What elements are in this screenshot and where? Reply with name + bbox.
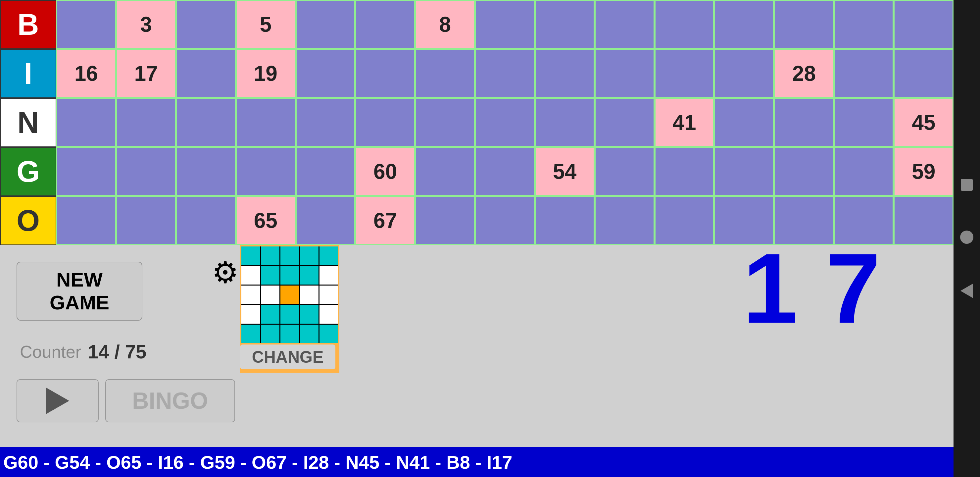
- board-row-b: 3 5 8: [56, 0, 953, 49]
- new-game-button[interactable]: NEW GAME: [17, 262, 142, 321]
- board-cell[interactable]: [834, 98, 894, 147]
- board-cell[interactable]: [535, 0, 595, 49]
- board-cell[interactable]: 41: [655, 98, 714, 147]
- board-cell[interactable]: [296, 0, 356, 49]
- board-cell[interactable]: [176, 98, 236, 147]
- mini-cell: [300, 286, 318, 304]
- board-cell[interactable]: [834, 147, 894, 196]
- board-cell[interactable]: [415, 147, 475, 196]
- board-cell[interactable]: [655, 147, 714, 196]
- action-buttons: BINGO: [17, 379, 235, 422]
- board-cell[interactable]: [774, 0, 834, 49]
- board-cell[interactable]: [355, 98, 415, 147]
- mini-cell: [261, 246, 280, 265]
- board-cell[interactable]: [475, 49, 535, 98]
- board-section: B I N G O 3 5 8: [0, 0, 953, 245]
- board-cell[interactable]: [834, 0, 894, 49]
- board-cell[interactable]: [774, 147, 834, 196]
- board-cell[interactable]: [595, 147, 655, 196]
- board-cell[interactable]: [415, 49, 475, 98]
- board-cell[interactable]: 65: [236, 196, 296, 245]
- board-cell[interactable]: [475, 0, 535, 49]
- mini-cell: [300, 266, 318, 284]
- board-cell[interactable]: [714, 0, 774, 49]
- board-cell[interactable]: [894, 0, 953, 49]
- board-cell[interactable]: [236, 147, 296, 196]
- board-cell[interactable]: [894, 196, 953, 245]
- board-cell[interactable]: [415, 196, 475, 245]
- mini-cell: [261, 325, 280, 343]
- letter-g: G: [0, 147, 56, 196]
- board-cell[interactable]: [116, 147, 176, 196]
- letter-column: B I N G O: [0, 0, 56, 245]
- board-cell[interactable]: [415, 98, 475, 147]
- counter-value: 14 / 75: [88, 341, 146, 363]
- nav-recent-button[interactable]: [961, 179, 973, 191]
- board-row-i: 16 17 19 28: [56, 49, 953, 98]
- board-cell[interactable]: [595, 196, 655, 245]
- board-cell[interactable]: [714, 98, 774, 147]
- board-cell[interactable]: [56, 98, 116, 147]
- board-cell[interactable]: [535, 196, 595, 245]
- bingo-button[interactable]: BINGO: [105, 379, 235, 422]
- controls-left: NEW GAME Counter 14 / 75 BINGO: [6, 252, 245, 432]
- board-cell[interactable]: [834, 49, 894, 98]
- mini-cell: [300, 246, 318, 265]
- board-cell[interactable]: [535, 98, 595, 147]
- board-cell[interactable]: [894, 49, 953, 98]
- board-cell[interactable]: [56, 196, 116, 245]
- board-cell[interactable]: [774, 98, 834, 147]
- board-cell[interactable]: 8: [415, 0, 475, 49]
- board-cell[interactable]: [176, 196, 236, 245]
- board-cell[interactable]: 19: [236, 49, 296, 98]
- board-cell[interactable]: [475, 147, 535, 196]
- board-cell[interactable]: [296, 147, 356, 196]
- board-cell[interactable]: 59: [894, 147, 953, 196]
- board-cell[interactable]: [355, 0, 415, 49]
- board-cell[interactable]: [535, 49, 595, 98]
- board-cell[interactable]: [714, 49, 774, 98]
- mini-cell: [241, 266, 260, 284]
- board-cell[interactable]: [176, 49, 236, 98]
- board-cell[interactable]: [595, 0, 655, 49]
- play-button[interactable]: [17, 379, 99, 422]
- nav-back-button[interactable]: [961, 284, 973, 298]
- board-cell[interactable]: [655, 49, 714, 98]
- nav-home-button[interactable]: [960, 231, 974, 244]
- board-cell[interactable]: [296, 196, 356, 245]
- mini-cell: [261, 305, 280, 324]
- board-cell[interactable]: [475, 196, 535, 245]
- board-cell[interactable]: [176, 0, 236, 49]
- board-cell[interactable]: [595, 49, 655, 98]
- board-cell[interactable]: 60: [355, 147, 415, 196]
- board-cell[interactable]: 45: [894, 98, 953, 147]
- board-cell[interactable]: [296, 98, 356, 147]
- board-cell[interactable]: [355, 49, 415, 98]
- mini-cell: [241, 305, 260, 324]
- board-row-n: 41 45: [56, 98, 953, 147]
- board-cell[interactable]: 5: [236, 0, 296, 49]
- board-cell[interactable]: [714, 147, 774, 196]
- board-cell[interactable]: [116, 98, 176, 147]
- board-cell[interactable]: [56, 147, 116, 196]
- mini-cell: [320, 325, 338, 343]
- change-button[interactable]: CHANGE: [240, 345, 336, 369]
- board-cell[interactable]: [56, 0, 116, 49]
- letter-i: I: [0, 49, 56, 98]
- mini-cell: [320, 266, 338, 284]
- board-cell[interactable]: [176, 147, 236, 196]
- board-cell[interactable]: [296, 49, 356, 98]
- board-cell[interactable]: 28: [774, 49, 834, 98]
- board-cell[interactable]: [116, 196, 176, 245]
- board-cell[interactable]: [655, 196, 714, 245]
- board-cell[interactable]: [595, 98, 655, 147]
- board-cell[interactable]: 54: [535, 147, 595, 196]
- board-cell[interactable]: [236, 98, 296, 147]
- board-cell[interactable]: [655, 0, 714, 49]
- board-cell[interactable]: 67: [355, 196, 415, 245]
- board-cell[interactable]: 16: [56, 49, 116, 98]
- board-cell[interactable]: [475, 98, 535, 147]
- board-cell[interactable]: 3: [116, 0, 176, 49]
- board-cell[interactable]: 17: [116, 49, 176, 98]
- settings-button[interactable]: ⚙: [212, 255, 239, 290]
